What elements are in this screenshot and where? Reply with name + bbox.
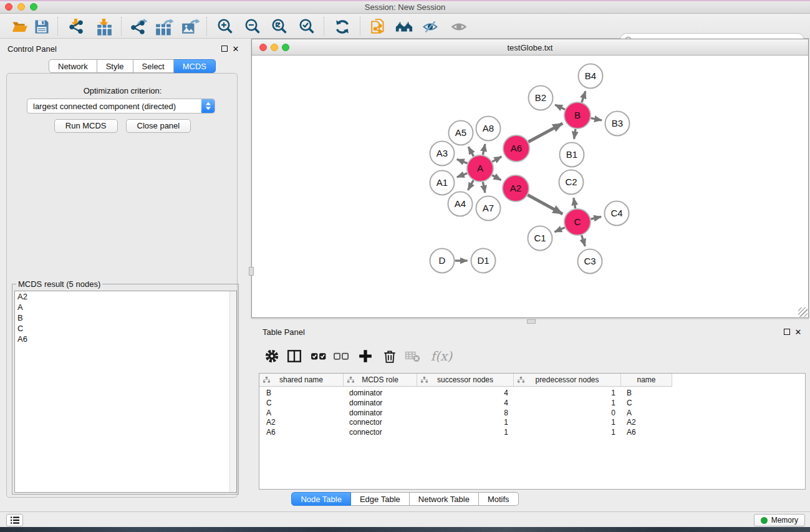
graph-node-B1[interactable]: B1 bbox=[560, 143, 584, 167]
vertical-splitter-grip[interactable] bbox=[249, 267, 254, 276]
edge-B-B1[interactable] bbox=[574, 129, 576, 139]
close-panel-button[interactable]: Close panel bbox=[126, 119, 191, 133]
memory-button[interactable]: Memory bbox=[754, 514, 805, 526]
network-window-titlebar[interactable]: testGlobe.txt bbox=[252, 39, 808, 56]
graph-node-B4[interactable]: B4 bbox=[579, 64, 603, 89]
zoom-fit-content-icon[interactable] bbox=[270, 18, 289, 36]
graph-node-A7[interactable]: A7 bbox=[476, 196, 501, 221]
graph-node-A6[interactable]: A6 bbox=[503, 135, 529, 162]
apply-preferred-layout-icon[interactable] bbox=[333, 18, 352, 36]
tab-style[interactable]: Style bbox=[97, 59, 133, 73]
edge-B-B3[interactable] bbox=[591, 118, 602, 120]
first-neighbors-icon[interactable] bbox=[395, 18, 413, 36]
close-panel-icon[interactable]: ✕ bbox=[232, 46, 239, 53]
edge-B-B4[interactable] bbox=[582, 91, 586, 102]
mcds-result-item[interactable]: A6 bbox=[15, 334, 236, 344]
hide-graphics-details-icon[interactable] bbox=[421, 18, 440, 36]
tab-mcds[interactable]: MCDS bbox=[174, 59, 216, 73]
deselect-all-rows-icon[interactable] bbox=[330, 346, 352, 367]
show-column-icon[interactable] bbox=[284, 346, 305, 367]
criterion-dropdown[interactable]: largest connected component (directed) bbox=[27, 99, 215, 114]
graph-node-A8[interactable]: A8 bbox=[476, 117, 501, 141]
tab-node-table[interactable]: Node Table bbox=[291, 492, 351, 506]
table-settings-icon[interactable] bbox=[261, 346, 282, 367]
graph-node-C[interactable]: C bbox=[564, 209, 591, 235]
select-all-rows-icon[interactable] bbox=[308, 346, 329, 367]
close-table-panel-icon[interactable]: ✕ bbox=[794, 329, 802, 336]
export-image-icon[interactable] bbox=[181, 18, 200, 36]
graph-node-A5[interactable]: A5 bbox=[449, 121, 473, 145]
edge-C-C2[interactable] bbox=[574, 198, 576, 208]
graph-node-C3[interactable]: C3 bbox=[578, 249, 602, 274]
edge-A-A7[interactable] bbox=[483, 182, 485, 193]
tab-edge-table[interactable]: Edge Table bbox=[351, 492, 410, 506]
float-panel-icon[interactable] bbox=[221, 46, 228, 52]
tab-motifs[interactable]: Motifs bbox=[479, 492, 519, 506]
edge-A-A5[interactable] bbox=[468, 147, 473, 156]
edge-B-B2[interactable] bbox=[555, 105, 565, 110]
horizontal-splitter-grip[interactable] bbox=[527, 319, 536, 324]
import-table-from-file-icon[interactable] bbox=[95, 18, 113, 36]
export-table-icon[interactable] bbox=[155, 18, 173, 36]
edge-A-A4[interactable] bbox=[468, 180, 473, 190]
edge-A6-B[interactable] bbox=[528, 123, 562, 142]
table-row-A[interactable]: Adominator80A bbox=[259, 408, 806, 418]
graph-node-B3[interactable]: B3 bbox=[605, 112, 630, 136]
mcds-list-scrollbar[interactable] bbox=[229, 291, 236, 492]
table-row-A2[interactable]: A2connector11A2 bbox=[259, 417, 806, 427]
tab-select[interactable]: Select bbox=[133, 59, 174, 73]
add-column-icon[interactable] bbox=[355, 346, 376, 367]
table-row-A6[interactable]: A6connector11A6 bbox=[259, 427, 806, 437]
mcds-result-item[interactable]: A2 bbox=[15, 291, 236, 302]
mcds-result-item[interactable]: A bbox=[15, 302, 236, 312]
edge-C-C4[interactable] bbox=[591, 217, 601, 220]
graph-node-D[interactable]: D bbox=[430, 249, 455, 273]
tab-network-table[interactable]: Network Table bbox=[410, 492, 479, 506]
export-network-icon[interactable] bbox=[129, 18, 148, 36]
column-header-shared-name[interactable]: shared name bbox=[259, 374, 344, 386]
edge-C-C3[interactable] bbox=[582, 235, 586, 246]
column-header-name[interactable]: name bbox=[621, 374, 672, 386]
save-session-icon[interactable] bbox=[32, 18, 51, 36]
graph-node-A1[interactable]: A1 bbox=[430, 171, 455, 195]
column-header-predecessor-nodes[interactable]: predecessor nodes bbox=[514, 374, 621, 386]
edge-A2-C[interactable] bbox=[528, 195, 562, 215]
edge-A-A1[interactable] bbox=[457, 173, 468, 177]
graph-node-A4[interactable]: A4 bbox=[448, 192, 473, 216]
edge-A-A6[interactable] bbox=[492, 157, 501, 162]
zoom-selected-region-icon[interactable] bbox=[297, 18, 316, 36]
run-mcds-button[interactable]: Run MCDS bbox=[54, 119, 118, 133]
mcds-result-item[interactable]: B bbox=[15, 312, 236, 323]
table-row-C[interactable]: Cdominator41C bbox=[259, 398, 806, 408]
network-graph-canvas[interactable]: B4B2BB3A8A5A6B1A3AC2A1A2A4A7C4CC1C3DD1 bbox=[252, 56, 808, 318]
graph-node-B[interactable]: B bbox=[564, 102, 591, 128]
import-network-from-file-icon[interactable] bbox=[67, 18, 85, 36]
column-header-successor-nodes[interactable]: successor nodes bbox=[417, 374, 514, 386]
graph-node-A2[interactable]: A2 bbox=[503, 175, 529, 201]
graph-node-B2[interactable]: B2 bbox=[529, 86, 553, 110]
graph-node-D1[interactable]: D1 bbox=[471, 249, 496, 273]
graph-node-A[interactable]: A bbox=[467, 155, 493, 181]
zoom-out-icon[interactable] bbox=[243, 18, 262, 36]
graph-node-C1[interactable]: C1 bbox=[528, 226, 552, 251]
tab-network[interactable]: Network bbox=[49, 59, 97, 73]
edge-A-A2[interactable] bbox=[492, 175, 501, 180]
mcds-result-list[interactable]: A2ABCA6 bbox=[14, 291, 237, 493]
table-row-B[interactable]: Bdominator41B bbox=[259, 388, 806, 398]
zoom-in-icon[interactable] bbox=[216, 18, 234, 36]
delete-column-icon[interactable] bbox=[379, 346, 400, 367]
edge-C-C1[interactable] bbox=[554, 228, 564, 232]
new-network-from-file-icon[interactable] bbox=[369, 18, 388, 36]
edge-A-A3[interactable] bbox=[457, 159, 468, 163]
column-header-MCDS-role[interactable]: MCDS role bbox=[344, 374, 417, 386]
graph-node-A3[interactable]: A3 bbox=[430, 142, 455, 166]
show-graphics-details-icon[interactable] bbox=[450, 18, 468, 36]
open-session-icon[interactable] bbox=[11, 18, 29, 36]
window-resize-grip[interactable] bbox=[798, 307, 808, 317]
float-table-panel-icon[interactable] bbox=[784, 329, 790, 335]
mcds-result-item[interactable]: C bbox=[15, 323, 236, 334]
graph-node-C2[interactable]: C2 bbox=[559, 170, 584, 195]
show-panels-button[interactable] bbox=[6, 514, 23, 526]
edge-A-A8[interactable] bbox=[483, 144, 485, 155]
graph-node-C4[interactable]: C4 bbox=[605, 201, 629, 226]
